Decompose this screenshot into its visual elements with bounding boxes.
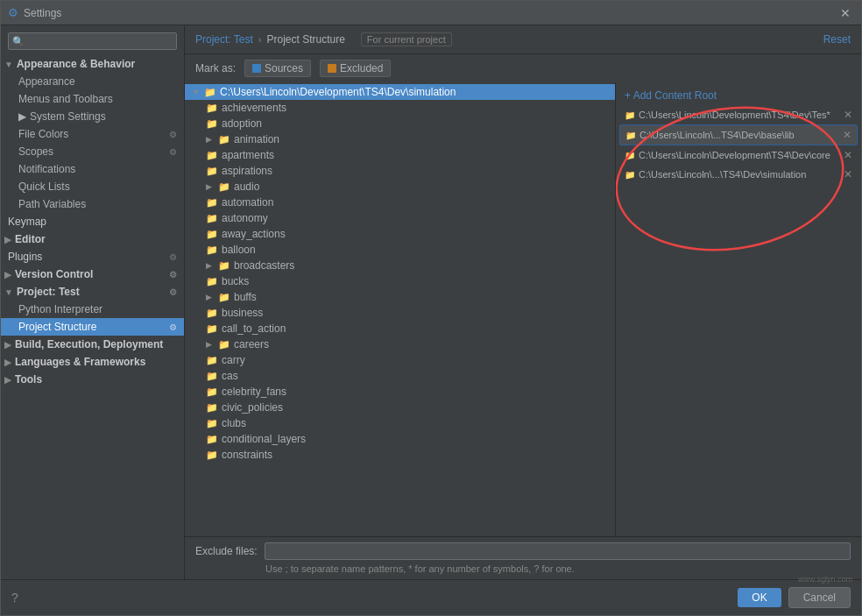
remove-content-root-button[interactable]: ✕ bbox=[844, 168, 852, 181]
sidebar-item-system-settings[interactable]: ▶ System Settings bbox=[1, 108, 184, 125]
remove-content-root-button[interactable]: ✕ bbox=[844, 149, 852, 161]
folder-icon: 📁 bbox=[625, 151, 635, 160]
chevron-down-icon: ▼ bbox=[4, 287, 13, 297]
content-root-item[interactable]: 📁 C:\Users\Lincoln\...\TS4\Dev\simulatio… bbox=[619, 165, 858, 184]
tree-item[interactable]: 📁 clubs bbox=[185, 415, 615, 431]
tree-item[interactable]: 📁 balloon bbox=[185, 242, 615, 258]
content-root-path: C:\Users\Lincoln\...\TS4\Dev\simulation bbox=[639, 169, 806, 180]
for-current-project[interactable]: For current project bbox=[361, 32, 452, 46]
tree-item[interactable]: ▶ 📁 careers bbox=[185, 336, 615, 352]
folder-icon: 📁 bbox=[206, 197, 218, 209]
tree-item[interactable]: 📁 autonomy bbox=[185, 210, 615, 226]
tree-item[interactable]: ▶ 📁 buffs bbox=[185, 289, 615, 305]
sidebar-item-build-execution[interactable]: ▶ Build, Execution, Deployment bbox=[1, 336, 184, 353]
exclude-row: Exclude files: bbox=[195, 542, 851, 560]
excluded-button[interactable]: Excluded bbox=[320, 60, 391, 77]
ok-button[interactable]: OK bbox=[738, 588, 781, 607]
tree-item[interactable]: 📁 bucks bbox=[185, 273, 615, 289]
remove-content-root-button[interactable]: ✕ bbox=[843, 129, 851, 141]
main-content: 🔍 ▼ Appearance & Behavior Appearance Men… bbox=[1, 25, 861, 579]
folder-icon: 📁 bbox=[206, 118, 218, 130]
help-icon[interactable]: ? bbox=[11, 591, 18, 605]
chevron-right-icon: ▶ bbox=[206, 135, 215, 144]
breadcrumb-project[interactable]: Project: Test bbox=[195, 33, 253, 46]
chevron-right-icon: ▶ bbox=[206, 182, 215, 191]
folder-icon: 📁 bbox=[206, 418, 218, 429]
tree-item[interactable]: 📁 cas bbox=[185, 368, 615, 384]
tree-item[interactable]: 📁 automation bbox=[185, 195, 615, 210]
sidebar-item-appearance-behavior[interactable]: ▼ Appearance & Behavior bbox=[1, 55, 184, 73]
add-content-root-button[interactable]: + Add Content Root bbox=[619, 86, 858, 105]
tree-item[interactable]: ▶ 📁 audio bbox=[185, 179, 615, 195]
exclude-input[interactable] bbox=[265, 542, 851, 560]
exclude-label: Exclude files: bbox=[195, 545, 258, 557]
tree-item-label: automation bbox=[222, 196, 273, 209]
sidebar-item-file-colors[interactable]: File Colors ⚙ bbox=[1, 125, 184, 143]
sidebar-item-python-interpreter[interactable]: Python Interpreter bbox=[1, 301, 184, 318]
sidebar-item-version-control[interactable]: ▶ Version Control ⚙ bbox=[1, 266, 184, 283]
tree-item[interactable]: 📁 adoption bbox=[185, 116, 615, 131]
search-box[interactable]: 🔍 bbox=[8, 32, 177, 50]
sidebar-item-tools[interactable]: ▶ Tools bbox=[1, 371, 184, 388]
tree-item[interactable]: 📁 apartments bbox=[185, 147, 615, 163]
content-roots-panel: + Add Content Root 📁 C:\Users\Lincoln\De… bbox=[616, 82, 861, 536]
sidebar-item-editor[interactable]: ▶ Editor bbox=[1, 230, 184, 248]
content-area: Project: Test › Project Structure For cu… bbox=[185, 25, 861, 579]
content-root-item[interactable]: 📁 C:\Users\Lincoln\Development\TS4\Dev\T… bbox=[619, 105, 858, 124]
sidebar-item-notifications[interactable]: Notifications bbox=[1, 160, 184, 178]
tree-item[interactable]: 📁 achievements bbox=[185, 100, 615, 116]
sources-icon bbox=[252, 64, 261, 73]
folder-icon: 📁 bbox=[206, 323, 218, 335]
tree-item-label: achievements bbox=[222, 102, 286, 114]
tree-item[interactable]: ▶ 📁 animation bbox=[185, 131, 615, 147]
dialog-title: Settings bbox=[24, 7, 61, 19]
bottom-area: Exclude files: Use ; to separate name pa… bbox=[185, 536, 861, 579]
tree-item-label: carry bbox=[222, 354, 245, 366]
content-root-item[interactable]: 📁 C:\Users\Lincoln\Development\TS4\Dev\c… bbox=[619, 145, 858, 165]
tree-item[interactable]: 📁 constraints bbox=[185, 447, 615, 463]
title-bar: ⚙ Settings ✕ bbox=[1, 1, 861, 25]
reset-button[interactable]: Reset bbox=[823, 33, 851, 46]
folder-icon: 📁 bbox=[218, 260, 230, 272]
breadcrumb: Project: Test › Project Structure For cu… bbox=[185, 25, 861, 54]
sidebar-item-languages-frameworks[interactable]: ▶ Languages & Frameworks bbox=[1, 353, 184, 371]
sources-label: Sources bbox=[265, 62, 303, 74]
tree-root[interactable]: ▼ 📁 C:\Users\Lincoln\Development\TS4\Dev… bbox=[185, 84, 615, 100]
tree-item[interactable]: ▶ 📁 broadcasters bbox=[185, 258, 615, 273]
close-button[interactable]: ✕ bbox=[837, 4, 854, 22]
tree-item[interactable]: 📁 carry bbox=[185, 352, 615, 368]
sidebar-item-label: Quick Lists bbox=[18, 181, 70, 193]
sidebar-item-project-structure[interactable]: Project Structure ⚙ bbox=[1, 318, 184, 336]
content-root-path: C:\Users\Lincoln\Development\TS4\Dev\Tes… bbox=[639, 110, 830, 120]
sidebar-item-appearance[interactable]: Appearance bbox=[1, 73, 184, 90]
sidebar-item-quick-lists[interactable]: Quick Lists bbox=[1, 178, 184, 195]
folder-icon: 📁 bbox=[206, 308, 218, 319]
tree-item[interactable]: 📁 conditional_layers bbox=[185, 431, 615, 447]
tree-item[interactable]: 📁 call_to_action bbox=[185, 321, 615, 336]
sources-button[interactable]: Sources bbox=[244, 60, 311, 77]
remove-content-root-button[interactable]: ✕ bbox=[844, 109, 852, 121]
sidebar-item-path-variables[interactable]: Path Variables bbox=[1, 195, 184, 213]
sidebar-item-plugins[interactable]: Plugins ⚙ bbox=[1, 248, 184, 266]
tree-item[interactable]: 📁 away_actions bbox=[185, 226, 615, 242]
tree-item[interactable]: 📁 celebrity_fans bbox=[185, 384, 615, 400]
tree-item-label: apartments bbox=[222, 149, 274, 161]
folder-icon: 📁 bbox=[206, 450, 218, 461]
sidebar-item-menus-toolbars[interactable]: Menus and Toolbars bbox=[1, 90, 184, 108]
sidebar-item-scopes[interactable]: Scopes ⚙ bbox=[1, 143, 184, 160]
folder-icon: 📁 bbox=[206, 371, 218, 382]
tree-item-label: constraints bbox=[222, 449, 272, 461]
settings-dialog: ⚙ Settings ✕ 🔍 ▼ Appearance & Behavior A… bbox=[0, 0, 862, 616]
tree-item[interactable]: 📁 business bbox=[185, 305, 615, 321]
search-input[interactable] bbox=[28, 35, 173, 47]
sidebar-item-project-test[interactable]: ▼ Project: Test ⚙ bbox=[1, 283, 184, 301]
tree-item-label: away_actions bbox=[222, 228, 286, 240]
tree-item[interactable]: 📁 aspirations bbox=[185, 163, 615, 179]
folder-icon: 📁 bbox=[206, 150, 218, 161]
sidebar-item-label: Appearance bbox=[18, 75, 75, 88]
folder-icon: 📁 bbox=[206, 434, 218, 445]
sidebar-item-keymap[interactable]: Keymap bbox=[1, 213, 184, 230]
content-root-item[interactable]: 📁 C:\Users\Lincoln\...TS4\Dev\base\lib ✕ bbox=[619, 124, 858, 145]
cancel-button[interactable]: Cancel bbox=[788, 587, 851, 608]
tree-item[interactable]: 📁 civic_policies bbox=[185, 400, 615, 415]
